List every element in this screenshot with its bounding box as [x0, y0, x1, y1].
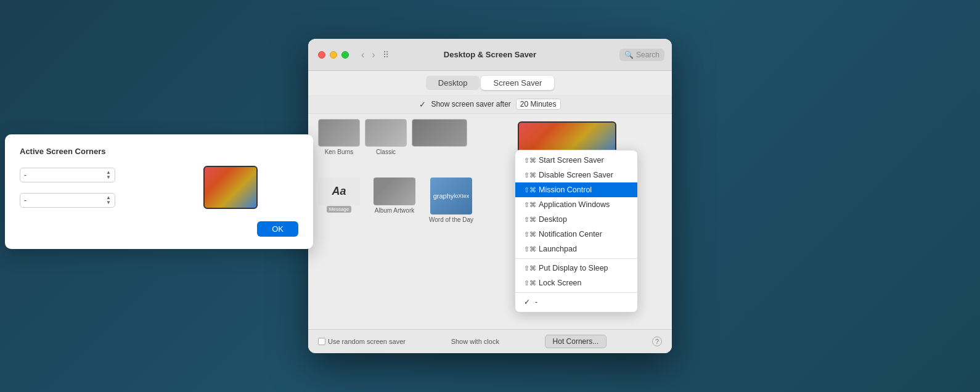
- lock-screen-shortcut: ⇧⌘: [524, 279, 536, 287]
- menu-item-put-display-sleep[interactable]: ⇧⌘ Put Display to Sleep: [515, 261, 637, 276]
- random-screensaver-item: Use random screen saver: [318, 338, 406, 345]
- bottom-left-corner-select[interactable]: - ▲ ▼: [20, 193, 115, 208]
- random-screensaver-label: Use random screen saver: [328, 338, 406, 345]
- screensaver-thumb-classic: [365, 119, 407, 147]
- hot-corners-button[interactable]: Hot Corners...: [545, 335, 607, 348]
- application-windows-label: Application Windows: [539, 200, 610, 209]
- menu-item-application-windows[interactable]: ⇧⌘ Application Windows: [515, 197, 637, 212]
- search-icon: 🔍: [624, 51, 634, 59]
- top-left-corner-select[interactable]: - ▲ ▼: [20, 168, 115, 182]
- minimize-button[interactable]: [330, 51, 337, 59]
- show-screensaver-label: Show screen saver after: [431, 100, 510, 108]
- launchpad-shortcut: ⇧⌘: [524, 245, 536, 253]
- lock-screen-label: Lock Screen: [539, 279, 581, 287]
- ok-button[interactable]: OK: [257, 221, 298, 237]
- help-icon[interactable]: ?: [652, 337, 662, 346]
- desktop-label: Desktop: [539, 215, 567, 224]
- maximize-button[interactable]: [341, 51, 349, 59]
- nav-arrows: ‹ ›: [359, 48, 378, 62]
- screensaver-label-album: Album Artwork: [375, 207, 414, 214]
- screensaver-label-word: Word of the Day: [429, 216, 473, 223]
- corners-dialog: Active Screen Corners - ▲ ▼ - ▲ ▼: [5, 134, 313, 249]
- nav-back-button[interactable]: ‹: [359, 48, 367, 62]
- mission-control-label: Mission Control: [539, 186, 592, 194]
- bottom-left-stepper: ▲ ▼: [106, 195, 111, 205]
- corners-dialog-title: Active Screen Corners: [20, 147, 298, 156]
- screensaver-thumb-message: Aa: [318, 178, 360, 205]
- menu-item-start-screen-saver[interactable]: ⇧⌘ Start Screen Saver: [515, 153, 637, 168]
- menu-item-mission-control[interactable]: ⇧⌘ Mission Control: [515, 182, 637, 197]
- disable-screen-saver-label: Disable Screen Saver: [539, 171, 613, 179]
- screensaver-item-album[interactable]: Album Artwork: [374, 178, 415, 243]
- screen-preview: [203, 166, 258, 209]
- menu-separator-1: [515, 258, 637, 259]
- top-left-down-icon[interactable]: ▼: [106, 175, 111, 180]
- close-button[interactable]: [318, 51, 325, 59]
- menu-item-lock-screen[interactable]: ⇧⌘ Lock Screen: [515, 276, 637, 290]
- start-screen-saver-shortcut: ⇧⌘: [524, 157, 536, 165]
- put-display-sleep-shortcut: ⇧⌘: [524, 264, 536, 272]
- screensaver-item-message[interactable]: Aa Message: [318, 178, 360, 243]
- notification-center-shortcut: ⇧⌘: [524, 231, 536, 239]
- start-screen-saver-label: Start Screen Saver: [539, 156, 604, 165]
- menu-item-launchpad[interactable]: ⇧⌘ Launchpad: [515, 242, 637, 256]
- screensaver-label-classic: Classic: [376, 149, 396, 155]
- screensaver-item-word[interactable]: graphyloXtex Word of the Day: [429, 178, 473, 243]
- tab-screensaver[interactable]: Screen Saver: [481, 76, 554, 90]
- tab-desktop[interactable]: Desktop: [426, 76, 480, 90]
- search-placeholder: Search: [636, 51, 659, 59]
- tab-bar: Desktop Screen Saver: [308, 71, 672, 95]
- message-badge: Message: [327, 206, 351, 213]
- grid-icon: ⠿: [383, 50, 389, 60]
- menu-item-desktop[interactable]: ⇧⌘ Desktop: [515, 212, 637, 227]
- screensaver-options-row: ✓ Show screen saver after 20 Minutes: [308, 95, 672, 114]
- bottom-left-corner-value: -: [24, 196, 27, 205]
- screensaver-item-ken-burns[interactable]: Ken Burns: [318, 119, 360, 168]
- put-display-sleep-label: Put Display to Sleep: [539, 264, 608, 272]
- screensaver-item-classic[interactable]: Classic: [365, 119, 407, 168]
- desktop-shortcut: ⇧⌘: [524, 216, 536, 224]
- title-bar: ‹ › ⠿ Desktop & Screen Saver 🔍 Search: [308, 39, 672, 71]
- search-box[interactable]: 🔍 Search: [619, 49, 664, 61]
- checkmark-icon: ✓: [419, 100, 426, 109]
- traffic-lights: [318, 51, 349, 59]
- show-clock-item: Show with clock: [451, 338, 499, 345]
- bottom-left-corner-wrap: - ▲ ▼: [20, 193, 155, 208]
- mission-control-shortcut: ⇧⌘: [524, 186, 536, 194]
- screensaver-label-ken-burns: Ken Burns: [325, 149, 354, 155]
- dash-label: -: [535, 298, 537, 306]
- screensaver-thumb-partial: [412, 119, 467, 147]
- launchpad-label: Launchpad: [539, 245, 577, 253]
- bottom-left-down-icon[interactable]: ▼: [106, 200, 111, 205]
- corners-layout: - ▲ ▼ - ▲ ▼: [20, 166, 298, 209]
- menu-item-notification-center[interactable]: ⇧⌘ Notification Center: [515, 227, 637, 242]
- window-title: Desktop & Screen Saver: [444, 50, 536, 59]
- screensaver-thumb-ken-burns: [318, 119, 360, 147]
- time-selector[interactable]: 20 Minutes: [516, 99, 561, 110]
- dialog-footer: OK: [20, 221, 298, 237]
- application-windows-shortcut: ⇧⌘: [524, 201, 536, 209]
- top-left-corner-wrap: - ▲ ▼: [20, 168, 155, 182]
- nav-forward-button[interactable]: ›: [369, 48, 377, 62]
- menu-item-dash[interactable]: -: [515, 295, 637, 309]
- top-left-corner-value: -: [24, 171, 27, 179]
- dropdown-menu: ⇧⌘ Start Screen Saver ⇧⌘ Disable Screen …: [515, 150, 638, 312]
- show-clock-label: Show with clock: [451, 338, 499, 345]
- disable-screen-saver-shortcut: ⇧⌘: [524, 171, 536, 179]
- hot-corners-item: Hot Corners...: [545, 335, 607, 348]
- screensaver-thumb-album: [374, 178, 415, 205]
- random-screensaver-checkbox[interactable]: [318, 338, 325, 345]
- screensaver-thumb-word: graphyloXtex: [430, 178, 472, 214]
- window-footer: Use random screen saver Show with clock …: [308, 329, 672, 353]
- menu-item-disable-screen-saver[interactable]: ⇧⌘ Disable Screen Saver: [515, 168, 637, 182]
- menu-separator-2: [515, 292, 637, 293]
- screensaver-item-partial[interactable]: [412, 119, 467, 168]
- top-left-stepper: ▲ ▼: [106, 170, 111, 180]
- notification-center-label: Notification Center: [539, 230, 602, 239]
